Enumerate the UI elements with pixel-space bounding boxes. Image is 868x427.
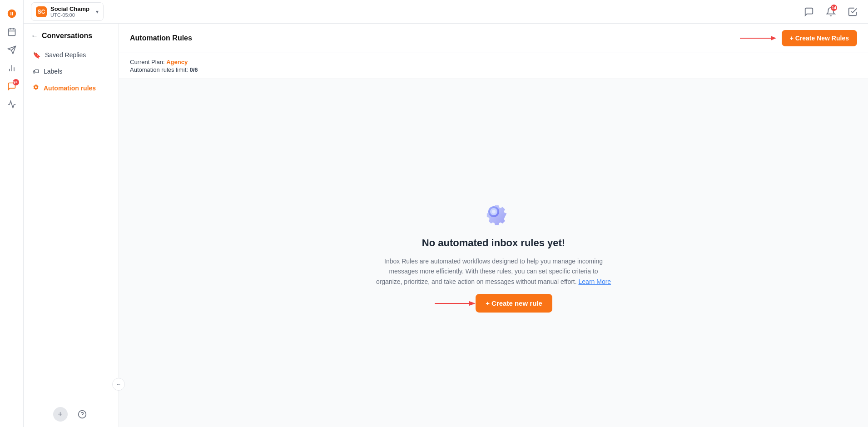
analytics-icon[interactable] [4,60,20,76]
sidebar-item-automation-rules[interactable]: Automation rules [27,80,115,96]
notification-badge: 14 [831,5,837,11]
sidebar-item-labels[interactable]: 🏷 Labels [27,64,115,79]
sidebar-title: Conversations [42,32,92,40]
page-title: Automation Rules [130,34,192,42]
create-new-rules-button[interactable]: + Create New Rules [782,30,857,46]
labels-label: Labels [44,68,62,75]
svg-marker-16 [469,301,476,306]
tasks-icon[interactable] [844,4,861,20]
svg-marker-12 [771,36,776,40]
gear-illustration [476,194,512,230]
sidebar-collapse-button[interactable]: ← [112,378,125,391]
logo-icon[interactable] [4,5,20,22]
conversations-icon[interactable]: 9+ [4,78,20,94]
empty-state: No automated inbox rules yet! Inbox Rule… [119,79,868,427]
automation-icon [33,84,39,92]
top-bar: SC Social Champ UTC-05:00 ▾ 14 [24,0,868,24]
sidebar-nav: 🔖 Saved Replies 🏷 Labels Automation rule… [24,45,119,98]
sidebar-item-saved-replies[interactable]: 🔖 Saved Replies [27,47,115,63]
arrow-annotation [740,35,776,42]
top-bar-actions: 14 [801,4,861,20]
publish-icon[interactable] [4,42,20,58]
brand-selector[interactable]: SC Social Champ UTC-05:00 ▾ [31,2,104,21]
brand-text: Social Champ UTC-05:00 [50,5,92,18]
center-arrow-svg [435,299,476,308]
brand-name: Social Champ [50,5,92,12]
empty-state-title: No automated inbox rules yet! [422,237,565,249]
svg-rect-0 [8,29,15,35]
main-layout: ← Conversations 🔖 Saved Replies 🏷 Labels… [24,24,868,427]
plan-limit: Automation rules limit: 0/6 [130,66,857,73]
create-new-rule-button[interactable]: + Create new rule [476,294,552,313]
messages-icon[interactable] [801,4,817,20]
empty-state-description: Inbox Rules are automated workflows desi… [376,256,612,287]
saved-replies-label: Saved Replies [45,51,86,59]
learn-more-link[interactable]: Learn More [579,278,611,285]
arrow-svg [740,35,776,42]
content-header: Automation Rules + Create New Rules [119,24,868,53]
create-rule-row: + Create new rule [435,294,552,313]
brand-icon: SC [36,6,47,17]
help-button[interactable] [75,407,89,422]
calendar-icon[interactable] [4,24,20,40]
plan-info-bar: Current Plan: Agency Automation rules li… [119,53,868,79]
plan-name: Agency [166,59,188,65]
saved-replies-icon: 🔖 [33,51,40,59]
brand-timezone: UTC-05:00 [50,12,92,18]
sidebar-header[interactable]: ← Conversations [24,24,119,45]
chevron-down-icon: ▾ [96,9,99,15]
labels-icon: 🏷 [33,68,39,75]
sidebar-bottom: + [24,402,119,427]
add-account-button[interactable]: + [53,407,68,422]
plan-text: Current Plan: Agency [130,59,857,65]
content-area: Automation Rules + Create New Rules Curr… [119,24,868,427]
listening-icon[interactable] [4,96,20,113]
svg-point-14 [492,210,496,214]
sidebar: ← Conversations 🔖 Saved Replies 🏷 Labels… [24,24,119,427]
back-button[interactable]: ← [31,32,38,40]
icon-rail: 9+ [0,0,24,427]
automation-label: Automation rules [44,84,96,92]
notifications-icon[interactable]: 14 [823,4,839,20]
